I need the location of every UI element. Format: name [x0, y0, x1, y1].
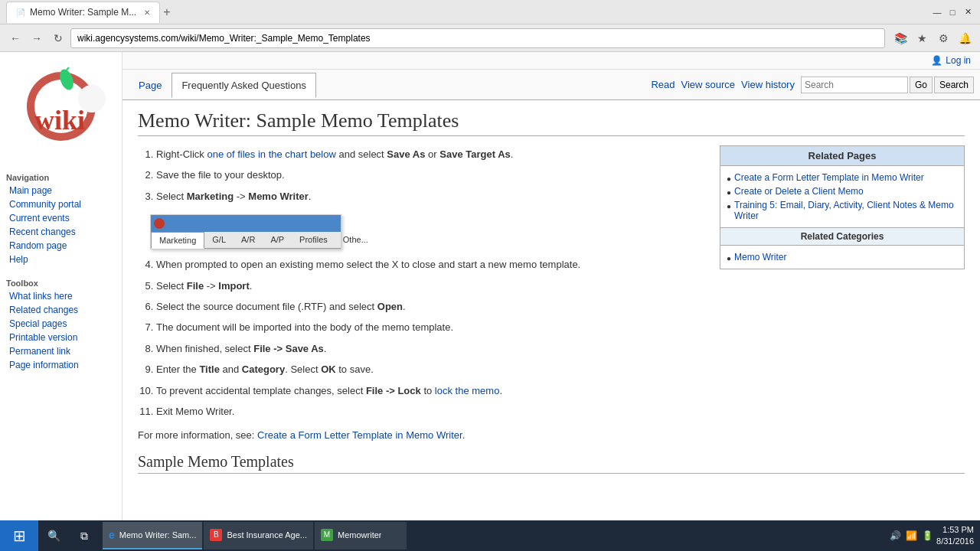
bullet-icon: ● — [727, 188, 731, 197]
content-area: 👤 Log in Page Frequently Asked Questions… — [122, 52, 980, 520]
view-history-link[interactable]: View history — [741, 79, 795, 90]
section2-heading: Sample Memo Templates — [138, 453, 965, 474]
login-bar: 👤 Log in — [122, 52, 980, 70]
maximize-button[interactable]: □ — [946, 6, 959, 18]
favorites-icon[interactable]: ★ — [913, 29, 931, 47]
related-link-item: ● Create or Delete a Client Memo — [727, 184, 958, 198]
tabs-bar: Page Frequently Asked Questions Read Vie… — [122, 70, 980, 100]
address-bar[interactable] — [70, 28, 885, 48]
sidebar-item-recent-changes[interactable]: Recent changes — [0, 225, 122, 239]
sidebar-item-special-pages[interactable]: Special pages — [0, 317, 122, 331]
tab-faq[interactable]: Frequently Asked Questions — [172, 73, 316, 98]
tab-page[interactable]: Page — [129, 73, 172, 98]
related-link-item: ● Training 5: Email, Diary, Activity, Cl… — [727, 198, 958, 223]
ar-menu-item[interactable]: A/R — [234, 232, 263, 248]
search-button[interactable]: Search — [934, 77, 974, 93]
file-bold: File — [187, 280, 204, 292]
forward-button[interactable]: → — [28, 29, 46, 47]
back-button[interactable]: ← — [6, 29, 24, 47]
minimize-button[interactable]: — — [931, 6, 943, 18]
step-9: Enter the Title and Category. Select OK … — [156, 360, 965, 378]
wiki-logo: wiki — [11, 64, 111, 156]
toolbar-icons: 📚 ★ ⚙ 🔔 — [891, 29, 974, 47]
browser-titlebar: 📄 Memo Writer: Sample M... ✕ + — □ ✕ — [0, 0, 980, 24]
settings-icon[interactable]: ⚙ — [934, 29, 952, 47]
related-link-create-form-letter[interactable]: Create a Form Letter Template in Memo Wr… — [734, 172, 924, 183]
gl-menu-item[interactable]: G/L — [204, 232, 234, 248]
bullet-icon: ● — [727, 174, 731, 183]
window-controls: — □ ✕ — [931, 6, 974, 18]
lock-memo-link[interactable]: lock the memo — [435, 385, 500, 396]
sidebar-item-random-page[interactable]: Random page — [0, 239, 122, 253]
other-menu-item[interactable]: Othe... — [335, 232, 376, 248]
related-link-training5[interactable]: Training 5: Email, Diary, Activity, Clie… — [734, 200, 958, 221]
article-title: Memo Writer: Sample Memo Templates — [138, 109, 965, 136]
step-10: To prevent accidental template changes, … — [156, 382, 965, 399]
svg-text:wiki: wiki — [34, 105, 85, 135]
go-button[interactable]: Go — [910, 77, 933, 93]
related-categories-header: Related Categories — [720, 227, 964, 246]
article-content: Memo Writer: Sample Memo Templates Relat… — [122, 100, 980, 489]
info-link[interactable]: Create a Form Letter Template in Memo Wr… — [257, 429, 462, 441]
category-memo-writer[interactable]: Memo Writer — [734, 252, 786, 262]
sidebar: wiki Navigation Main page Community port… — [0, 52, 122, 520]
save-as-bold: Save As — [387, 148, 425, 160]
file-lock-bold: File -> Lock — [366, 385, 421, 396]
read-link[interactable]: Read — [651, 79, 675, 90]
bookmarks-icon[interactable]: 📚 — [891, 29, 910, 47]
bullet-icon: ● — [727, 202, 731, 210]
chart-link[interactable]: one of files in the chart below — [207, 148, 335, 160]
login-link[interactable]: Log in — [946, 55, 971, 66]
related-pages-content: ● Create a Form Letter Template in Memo … — [720, 166, 964, 227]
related-link-create-delete-memo[interactable]: Create or Delete a Client Memo — [734, 186, 864, 197]
sidebar-item-page-information[interactable]: Page information — [0, 358, 122, 372]
main-layout: wiki Navigation Main page Community port… — [0, 52, 980, 520]
related-pages-header: Related Pages — [720, 146, 964, 166]
category-bold: Category — [242, 364, 285, 375]
tab-title: Memo Writer: Sample M... — [30, 7, 136, 18]
close-button[interactable]: ✕ — [962, 6, 974, 18]
ap-menu-item[interactable]: A/P — [263, 232, 292, 248]
sidebar-item-current-events[interactable]: Current events — [0, 211, 122, 225]
menu-titlebar — [151, 215, 341, 232]
step-11: Exit Memo Writer. — [156, 403, 965, 420]
open-bold: Open — [377, 301, 403, 312]
step-8: When finished, select File -> Save As. — [156, 340, 965, 357]
ok-bold: OK — [321, 364, 336, 375]
bullet-icon: ● — [727, 254, 731, 262]
view-source-link[interactable]: View source — [681, 79, 736, 90]
sidebar-item-what-links-here[interactable]: What links here — [0, 289, 122, 303]
user-icon: 👤 — [931, 55, 942, 66]
menu-nav-bar: Marketing G/L A/R A/P Profiles Othe... — [151, 232, 341, 249]
search-input[interactable] — [801, 77, 908, 93]
tab-actions: Read View source View history Go Search — [651, 77, 980, 93]
sidebar-item-main-page[interactable]: Main page — [0, 184, 122, 197]
browser-toolbar: ← → ↻ 📚 ★ ⚙ 🔔 — [0, 24, 980, 52]
marketing-menu-item[interactable]: Marketing — [151, 232, 204, 249]
sidebar-item-printable-version[interactable]: Printable version — [0, 331, 122, 344]
import-bold: Import — [218, 280, 249, 292]
new-tab-button[interactable]: + — [163, 5, 170, 19]
sidebar-item-help[interactable]: Help — [0, 253, 122, 266]
sidebar-item-related-changes[interactable]: Related changes — [0, 303, 122, 317]
sidebar-item-community-portal[interactable]: Community portal — [0, 197, 122, 211]
category-link-item: ● Memo Writer — [727, 250, 958, 264]
title-bold: Title — [199, 364, 220, 375]
browser-tab[interactable]: 📄 Memo Writer: Sample M... ✕ — [6, 2, 160, 23]
tab-close-button[interactable]: ✕ — [144, 8, 150, 17]
info-prefix: For more information, see: — [138, 429, 257, 441]
profiles-menu-item[interactable]: Profiles — [292, 232, 335, 248]
navigation-section-title: Navigation — [0, 168, 122, 184]
memo-writer-bold: Memo Writer — [248, 191, 309, 202]
sidebar-item-permanent-link[interactable]: Permanent link — [0, 344, 122, 358]
info-suffix: . — [462, 429, 466, 441]
marketing-bold: Marketing — [187, 191, 234, 202]
step-6: Select the source document file (.RTF) a… — [156, 298, 965, 315]
step-7: The document will be imported into the b… — [156, 318, 965, 336]
refresh-button[interactable]: ↻ — [49, 29, 67, 47]
related-categories-content: ● Memo Writer — [720, 246, 964, 269]
notifications-icon[interactable]: 🔔 — [956, 29, 974, 47]
instructions-list-continued: When prompted to open an existing memo s… — [138, 256, 965, 420]
menu-screenshot-area: Marketing G/L A/R A/P Profiles Othe... — [150, 214, 341, 249]
menu-screenshot: Marketing G/L A/R A/P Profiles Othe... — [150, 214, 341, 249]
